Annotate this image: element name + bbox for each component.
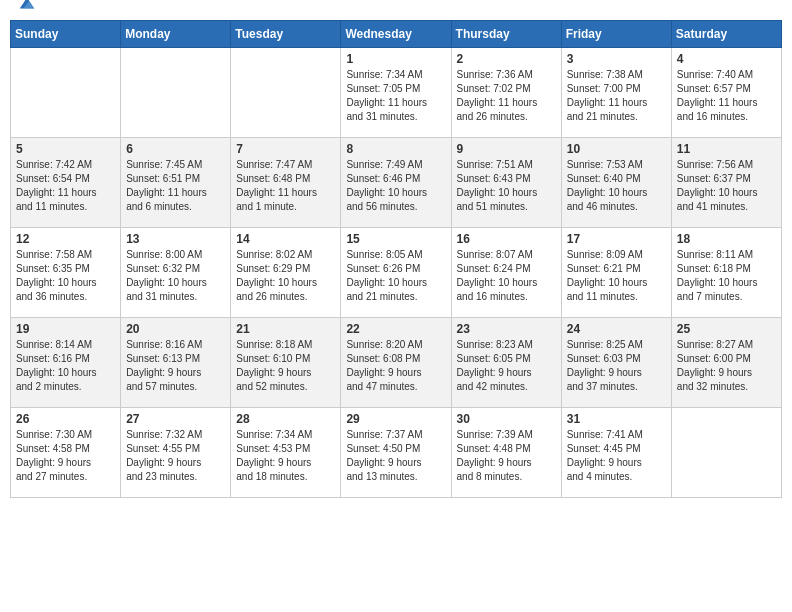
calendar-cell: 15Sunrise: 8:05 AM Sunset: 6:26 PM Dayli… bbox=[341, 228, 451, 318]
page-header bbox=[10, 10, 782, 12]
calendar-cell: 1Sunrise: 7:34 AM Sunset: 7:05 PM Daylig… bbox=[341, 48, 451, 138]
day-number: 12 bbox=[16, 232, 115, 246]
day-number: 19 bbox=[16, 322, 115, 336]
calendar-week-row: 12Sunrise: 7:58 AM Sunset: 6:35 PM Dayli… bbox=[11, 228, 782, 318]
calendar-cell: 13Sunrise: 8:00 AM Sunset: 6:32 PM Dayli… bbox=[121, 228, 231, 318]
day-number: 26 bbox=[16, 412, 115, 426]
calendar-cell: 28Sunrise: 7:34 AM Sunset: 4:53 PM Dayli… bbox=[231, 408, 341, 498]
calendar-cell: 11Sunrise: 7:56 AM Sunset: 6:37 PM Dayli… bbox=[671, 138, 781, 228]
day-info: Sunrise: 8:16 AM Sunset: 6:13 PM Dayligh… bbox=[126, 338, 225, 394]
day-info: Sunrise: 7:34 AM Sunset: 4:53 PM Dayligh… bbox=[236, 428, 335, 484]
calendar-cell: 20Sunrise: 8:16 AM Sunset: 6:13 PM Dayli… bbox=[121, 318, 231, 408]
calendar-cell bbox=[671, 408, 781, 498]
day-number: 16 bbox=[457, 232, 556, 246]
day-number: 23 bbox=[457, 322, 556, 336]
day-number: 6 bbox=[126, 142, 225, 156]
day-number: 28 bbox=[236, 412, 335, 426]
day-number: 8 bbox=[346, 142, 445, 156]
day-number: 21 bbox=[236, 322, 335, 336]
day-info: Sunrise: 8:27 AM Sunset: 6:00 PM Dayligh… bbox=[677, 338, 776, 394]
calendar-cell: 3Sunrise: 7:38 AM Sunset: 7:00 PM Daylig… bbox=[561, 48, 671, 138]
calendar-week-row: 26Sunrise: 7:30 AM Sunset: 4:58 PM Dayli… bbox=[11, 408, 782, 498]
day-info: Sunrise: 7:40 AM Sunset: 6:57 PM Dayligh… bbox=[677, 68, 776, 124]
calendar-cell: 29Sunrise: 7:37 AM Sunset: 4:50 PM Dayli… bbox=[341, 408, 451, 498]
calendar-cell: 23Sunrise: 8:23 AM Sunset: 6:05 PM Dayli… bbox=[451, 318, 561, 408]
day-info: Sunrise: 8:05 AM Sunset: 6:26 PM Dayligh… bbox=[346, 248, 445, 304]
day-info: Sunrise: 8:25 AM Sunset: 6:03 PM Dayligh… bbox=[567, 338, 666, 394]
weekday-header-saturday: Saturday bbox=[671, 21, 781, 48]
day-info: Sunrise: 7:39 AM Sunset: 4:48 PM Dayligh… bbox=[457, 428, 556, 484]
logo-icon bbox=[18, 0, 36, 12]
calendar-cell: 16Sunrise: 8:07 AM Sunset: 6:24 PM Dayli… bbox=[451, 228, 561, 318]
day-info: Sunrise: 7:45 AM Sunset: 6:51 PM Dayligh… bbox=[126, 158, 225, 214]
weekday-header-tuesday: Tuesday bbox=[231, 21, 341, 48]
day-number: 11 bbox=[677, 142, 776, 156]
day-number: 31 bbox=[567, 412, 666, 426]
day-number: 14 bbox=[236, 232, 335, 246]
day-number: 17 bbox=[567, 232, 666, 246]
day-number: 7 bbox=[236, 142, 335, 156]
calendar-cell bbox=[231, 48, 341, 138]
day-number: 24 bbox=[567, 322, 666, 336]
day-number: 27 bbox=[126, 412, 225, 426]
calendar-header-row: SundayMondayTuesdayWednesdayThursdayFrid… bbox=[11, 21, 782, 48]
day-info: Sunrise: 8:11 AM Sunset: 6:18 PM Dayligh… bbox=[677, 248, 776, 304]
day-info: Sunrise: 7:58 AM Sunset: 6:35 PM Dayligh… bbox=[16, 248, 115, 304]
day-info: Sunrise: 7:47 AM Sunset: 6:48 PM Dayligh… bbox=[236, 158, 335, 214]
calendar-cell: 17Sunrise: 8:09 AM Sunset: 6:21 PM Dayli… bbox=[561, 228, 671, 318]
day-info: Sunrise: 7:34 AM Sunset: 7:05 PM Dayligh… bbox=[346, 68, 445, 124]
logo bbox=[14, 10, 36, 12]
weekday-header-thursday: Thursday bbox=[451, 21, 561, 48]
day-info: Sunrise: 8:20 AM Sunset: 6:08 PM Dayligh… bbox=[346, 338, 445, 394]
day-info: Sunrise: 7:32 AM Sunset: 4:55 PM Dayligh… bbox=[126, 428, 225, 484]
day-info: Sunrise: 8:14 AM Sunset: 6:16 PM Dayligh… bbox=[16, 338, 115, 394]
day-number: 10 bbox=[567, 142, 666, 156]
calendar-cell: 9Sunrise: 7:51 AM Sunset: 6:43 PM Daylig… bbox=[451, 138, 561, 228]
day-info: Sunrise: 8:09 AM Sunset: 6:21 PM Dayligh… bbox=[567, 248, 666, 304]
day-info: Sunrise: 7:37 AM Sunset: 4:50 PM Dayligh… bbox=[346, 428, 445, 484]
day-number: 29 bbox=[346, 412, 445, 426]
day-info: Sunrise: 8:23 AM Sunset: 6:05 PM Dayligh… bbox=[457, 338, 556, 394]
day-info: Sunrise: 7:38 AM Sunset: 7:00 PM Dayligh… bbox=[567, 68, 666, 124]
day-number: 20 bbox=[126, 322, 225, 336]
calendar-cell: 21Sunrise: 8:18 AM Sunset: 6:10 PM Dayli… bbox=[231, 318, 341, 408]
day-number: 9 bbox=[457, 142, 556, 156]
day-number: 18 bbox=[677, 232, 776, 246]
weekday-header-monday: Monday bbox=[121, 21, 231, 48]
calendar-cell: 14Sunrise: 8:02 AM Sunset: 6:29 PM Dayli… bbox=[231, 228, 341, 318]
weekday-header-wednesday: Wednesday bbox=[341, 21, 451, 48]
calendar-cell: 7Sunrise: 7:47 AM Sunset: 6:48 PM Daylig… bbox=[231, 138, 341, 228]
day-info: Sunrise: 7:42 AM Sunset: 6:54 PM Dayligh… bbox=[16, 158, 115, 214]
calendar-cell: 12Sunrise: 7:58 AM Sunset: 6:35 PM Dayli… bbox=[11, 228, 121, 318]
day-info: Sunrise: 7:36 AM Sunset: 7:02 PM Dayligh… bbox=[457, 68, 556, 124]
day-info: Sunrise: 7:41 AM Sunset: 4:45 PM Dayligh… bbox=[567, 428, 666, 484]
day-info: Sunrise: 7:30 AM Sunset: 4:58 PM Dayligh… bbox=[16, 428, 115, 484]
calendar-cell: 4Sunrise: 7:40 AM Sunset: 6:57 PM Daylig… bbox=[671, 48, 781, 138]
calendar-table: SundayMondayTuesdayWednesdayThursdayFrid… bbox=[10, 20, 782, 498]
day-number: 30 bbox=[457, 412, 556, 426]
day-number: 2 bbox=[457, 52, 556, 66]
calendar-cell bbox=[11, 48, 121, 138]
day-number: 13 bbox=[126, 232, 225, 246]
calendar-week-row: 5Sunrise: 7:42 AM Sunset: 6:54 PM Daylig… bbox=[11, 138, 782, 228]
calendar-cell: 5Sunrise: 7:42 AM Sunset: 6:54 PM Daylig… bbox=[11, 138, 121, 228]
calendar-week-row: 1Sunrise: 7:34 AM Sunset: 7:05 PM Daylig… bbox=[11, 48, 782, 138]
day-number: 15 bbox=[346, 232, 445, 246]
calendar-cell: 30Sunrise: 7:39 AM Sunset: 4:48 PM Dayli… bbox=[451, 408, 561, 498]
day-info: Sunrise: 8:02 AM Sunset: 6:29 PM Dayligh… bbox=[236, 248, 335, 304]
calendar-week-row: 19Sunrise: 8:14 AM Sunset: 6:16 PM Dayli… bbox=[11, 318, 782, 408]
day-number: 1 bbox=[346, 52, 445, 66]
calendar-cell: 6Sunrise: 7:45 AM Sunset: 6:51 PM Daylig… bbox=[121, 138, 231, 228]
day-info: Sunrise: 8:07 AM Sunset: 6:24 PM Dayligh… bbox=[457, 248, 556, 304]
calendar-cell: 24Sunrise: 8:25 AM Sunset: 6:03 PM Dayli… bbox=[561, 318, 671, 408]
day-number: 5 bbox=[16, 142, 115, 156]
weekday-header-friday: Friday bbox=[561, 21, 671, 48]
calendar-cell: 10Sunrise: 7:53 AM Sunset: 6:40 PM Dayli… bbox=[561, 138, 671, 228]
calendar-cell bbox=[121, 48, 231, 138]
calendar-cell: 18Sunrise: 8:11 AM Sunset: 6:18 PM Dayli… bbox=[671, 228, 781, 318]
day-info: Sunrise: 7:53 AM Sunset: 6:40 PM Dayligh… bbox=[567, 158, 666, 214]
calendar-cell: 25Sunrise: 8:27 AM Sunset: 6:00 PM Dayli… bbox=[671, 318, 781, 408]
calendar-cell: 31Sunrise: 7:41 AM Sunset: 4:45 PM Dayli… bbox=[561, 408, 671, 498]
day-number: 25 bbox=[677, 322, 776, 336]
calendar-cell: 2Sunrise: 7:36 AM Sunset: 7:02 PM Daylig… bbox=[451, 48, 561, 138]
